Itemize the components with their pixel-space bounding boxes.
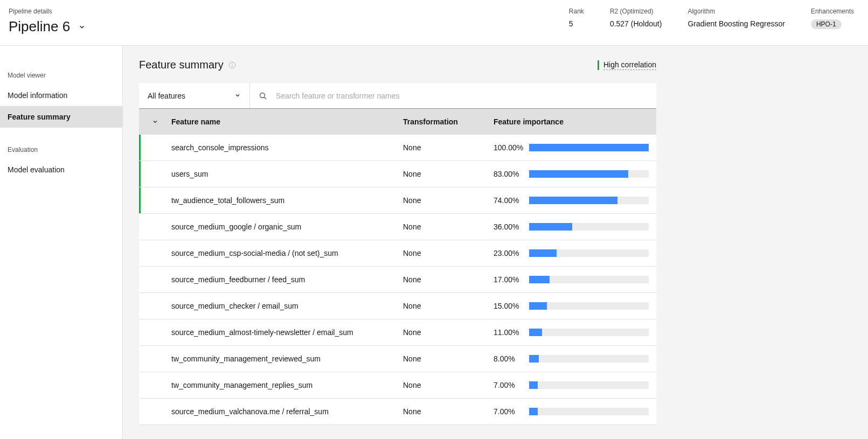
feature-importance-value: 8.00% xyxy=(494,354,525,363)
metric-enh-label: Enhancements xyxy=(811,8,854,15)
feature-importance-cell: 17.00% xyxy=(494,275,656,284)
section-header: Feature summary High correlation xyxy=(139,59,656,83)
high-correlation-text: High correlation xyxy=(603,60,656,70)
metric-rank-label: Rank xyxy=(569,8,584,15)
feature-transformation: None xyxy=(403,381,494,389)
info-icon[interactable] xyxy=(228,61,237,69)
metric-algo-value: Gradient Boosting Regressor xyxy=(688,19,785,28)
feature-transformation: None xyxy=(403,328,494,337)
metric-r2-label: R2 (Optimized) xyxy=(610,8,662,15)
feature-table: Feature name Transformation Feature impo… xyxy=(139,109,656,425)
feature-filter-dropdown[interactable]: All features xyxy=(139,83,250,109)
feature-transformation: None xyxy=(403,196,494,205)
high-correlation-legend[interactable]: High correlation xyxy=(598,60,656,70)
svg-point-3 xyxy=(260,93,265,97)
table-row[interactable]: source_medium_almost-timely-newsletter /… xyxy=(139,319,656,346)
table-body: search_console_impressionsNone100.00%use… xyxy=(139,135,656,425)
sidebar-section-model-viewer: Model viewer xyxy=(0,67,122,85)
feature-importance-cell: 36.00% xyxy=(494,222,656,231)
table-row[interactable]: source_medium_google / organic_sumNone36… xyxy=(139,214,656,240)
search-input[interactable] xyxy=(276,92,648,100)
table-row[interactable]: tw_audience_total_followers_sumNone74.00… xyxy=(139,187,656,214)
pipeline-details-label: Pipeline details xyxy=(9,8,569,15)
col-header-importance[interactable]: Feature importance xyxy=(494,117,656,126)
feature-importance-cell: 23.00% xyxy=(494,249,656,257)
metric-enhancements: Enhancements HPO-1 xyxy=(811,8,854,29)
expand-all-toggle[interactable] xyxy=(139,119,171,125)
search-icon xyxy=(259,92,267,100)
feature-importance-cell: 7.00% xyxy=(494,381,656,389)
feature-importance-cell: 74.00% xyxy=(494,196,656,205)
feature-transformation: None xyxy=(403,302,494,310)
feature-importance-value: 36.00% xyxy=(494,222,525,231)
search-box[interactable] xyxy=(250,83,656,109)
table-header: Feature name Transformation Feature impo… xyxy=(139,109,656,135)
metric-rank: Rank 5 xyxy=(569,8,584,28)
header-metrics: Rank 5 R2 (Optimized) 0.527 (Holdout) Al… xyxy=(569,8,859,29)
feature-name: source_medium_almost-timely-newsletter /… xyxy=(171,328,403,337)
col-header-transformation[interactable]: Transformation xyxy=(403,117,494,126)
sidebar-item-feature-summary[interactable]: Feature summary xyxy=(0,106,122,128)
importance-bar xyxy=(529,197,649,204)
feature-name: tw_audience_total_followers_sum xyxy=(171,196,403,205)
filter-row: All features xyxy=(139,83,656,109)
table-row[interactable]: source_medium_checker / email_sumNone15.… xyxy=(139,293,656,319)
feature-transformation: None xyxy=(403,275,494,284)
sidebar-item-model-information[interactable]: Model information xyxy=(0,85,122,106)
importance-bar xyxy=(529,408,649,415)
chevron-down-icon xyxy=(78,23,86,31)
svg-rect-2 xyxy=(232,65,232,67)
enhancement-badge: HPO-1 xyxy=(811,19,842,29)
table-row[interactable]: tw_community_management_reviewed_sumNone… xyxy=(139,346,656,372)
importance-bar xyxy=(529,249,649,257)
body: Model viewer Model information Feature s… xyxy=(0,46,868,439)
chevron-down-icon xyxy=(234,92,241,100)
feature-transformation: None xyxy=(403,407,494,416)
table-row[interactable]: source_medium_feedburner / feed_sumNone1… xyxy=(139,267,656,293)
feature-importance-cell: 7.00% xyxy=(494,407,656,416)
feature-importance-value: 15.00% xyxy=(494,302,525,310)
importance-bar xyxy=(529,302,649,310)
importance-bar xyxy=(529,223,649,231)
feature-name: search_console_impressions xyxy=(171,143,403,152)
feature-name: source_medium_valchanova.me / referral_s… xyxy=(171,407,403,416)
metric-rank-value: 5 xyxy=(569,19,584,28)
importance-bar xyxy=(529,329,649,336)
feature-importance-cell: 8.00% xyxy=(494,354,656,363)
feature-name: source_medium_csp-social-media / (not se… xyxy=(171,249,403,257)
table-row[interactable]: source_medium_csp-social-media / (not se… xyxy=(139,240,656,267)
sidebar-section-evaluation: Evaluation xyxy=(0,142,122,159)
importance-bar xyxy=(529,170,649,178)
feature-name: source_medium_feedburner / feed_sum xyxy=(171,275,403,284)
table-row[interactable]: source_medium_valchanova.me / referral_s… xyxy=(139,399,656,425)
pipeline-title-dropdown[interactable]: Pipeline 6 xyxy=(9,18,569,35)
feature-importance-cell: 83.00% xyxy=(494,170,656,178)
feature-importance-value: 7.00% xyxy=(494,381,525,389)
feature-importance-cell: 11.00% xyxy=(494,328,656,337)
section-title-text: Feature summary xyxy=(139,59,224,71)
importance-bar xyxy=(529,144,649,151)
feature-importance-value: 74.00% xyxy=(494,196,525,205)
feature-importance-cell: 15.00% xyxy=(494,302,656,310)
header-left: Pipeline details Pipeline 6 xyxy=(9,8,569,35)
metric-algo-label: Algorithm xyxy=(688,8,785,15)
table-row[interactable]: search_console_impressionsNone100.00% xyxy=(139,135,656,161)
sidebar: Model viewer Model information Feature s… xyxy=(0,46,123,439)
main: Feature summary High correlation All fea… xyxy=(123,46,868,439)
feature-filter-label: All features xyxy=(148,92,185,100)
section-title: Feature summary xyxy=(139,59,237,71)
feature-transformation: None xyxy=(403,143,494,152)
feature-name: source_medium_checker / email_sum xyxy=(171,302,403,310)
feature-importance-value: 83.00% xyxy=(494,170,525,178)
metric-algo: Algorithm Gradient Boosting Regressor xyxy=(688,8,785,28)
feature-importance-value: 17.00% xyxy=(494,275,525,284)
feature-transformation: None xyxy=(403,354,494,363)
importance-bar xyxy=(529,381,649,389)
feature-importance-value: 100.00% xyxy=(494,143,525,152)
feature-importance-value: 23.00% xyxy=(494,249,525,257)
feature-importance-value: 7.00% xyxy=(494,407,525,416)
col-header-name[interactable]: Feature name xyxy=(171,117,403,126)
table-row[interactable]: users_sumNone83.00% xyxy=(139,161,656,187)
table-row[interactable]: tw_community_management_replies_sumNone7… xyxy=(139,372,656,399)
sidebar-item-model-evaluation[interactable]: Model evaluation xyxy=(0,159,122,180)
